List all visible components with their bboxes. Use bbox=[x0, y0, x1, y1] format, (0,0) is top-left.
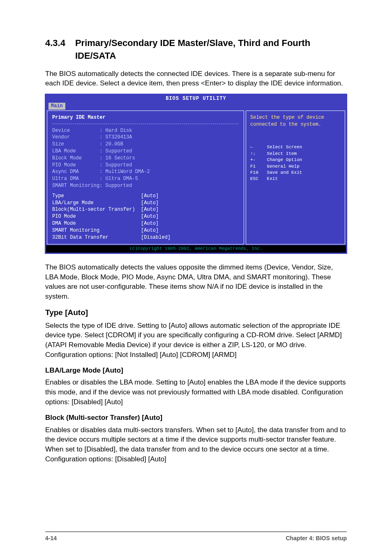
section-title: Primary/Secondary IDE Master/Slave, Thir… bbox=[75, 37, 347, 62]
bios-left-pane: Primary IDE Master Device : Hard Disk Ve… bbox=[47, 111, 244, 245]
after-bios-paragraph: The BIOS automatically detects the value… bbox=[45, 263, 347, 302]
page-number: 4-14 bbox=[45, 534, 57, 543]
block-heading: Block (Multi-sector Transfer) [Auto] bbox=[45, 413, 347, 423]
page-footer: 4-14 Chapter 4: BIOS setup bbox=[45, 532, 347, 543]
bios-tabs: Main bbox=[46, 103, 346, 110]
bios-setup-panel: BIOS SETUP UTILITY Main Primary IDE Mast… bbox=[45, 94, 347, 253]
section-number: 4.3.4 bbox=[45, 37, 65, 50]
chapter-label: Chapter 4: BIOS setup bbox=[286, 534, 347, 543]
lba-body: Enables or disables the LBA mode. Settin… bbox=[45, 378, 347, 407]
bios-right-pane: Select the type of device connected to t… bbox=[246, 111, 345, 245]
type-heading: Type [Auto] bbox=[45, 307, 347, 318]
bios-help-text: Select the type of device connected to t… bbox=[250, 114, 341, 128]
bios-left-header: Primary IDE Master bbox=[52, 114, 239, 121]
type-body: Selects the type of IDE drive. Setting t… bbox=[45, 321, 347, 360]
block-body: Enables or disables data multi-sectors t… bbox=[45, 425, 347, 464]
bios-options-list[interactable]: Type [Auto] LBA/Large Mode [Auto] Block(… bbox=[52, 193, 239, 241]
bios-key-hints: ← Select Screen↑↓ Select Item+- Change O… bbox=[250, 144, 341, 182]
section-heading: 4.3.4 Primary/Secondary IDE Master/Slave… bbox=[45, 37, 347, 62]
intro-paragraph: The BIOS automatically detects the conne… bbox=[45, 69, 347, 89]
bios-footer: (C)Copyright 1985-2002, American Megatre… bbox=[46, 245, 346, 252]
lba-heading: LBA/Large Mode [Auto] bbox=[45, 366, 347, 375]
bios-tab-main[interactable]: Main bbox=[48, 103, 65, 110]
bios-title: BIOS SETUP UTILITY bbox=[46, 95, 346, 103]
bios-info-list: Device : Hard Disk Vendor : ST320413A Si… bbox=[52, 127, 239, 189]
